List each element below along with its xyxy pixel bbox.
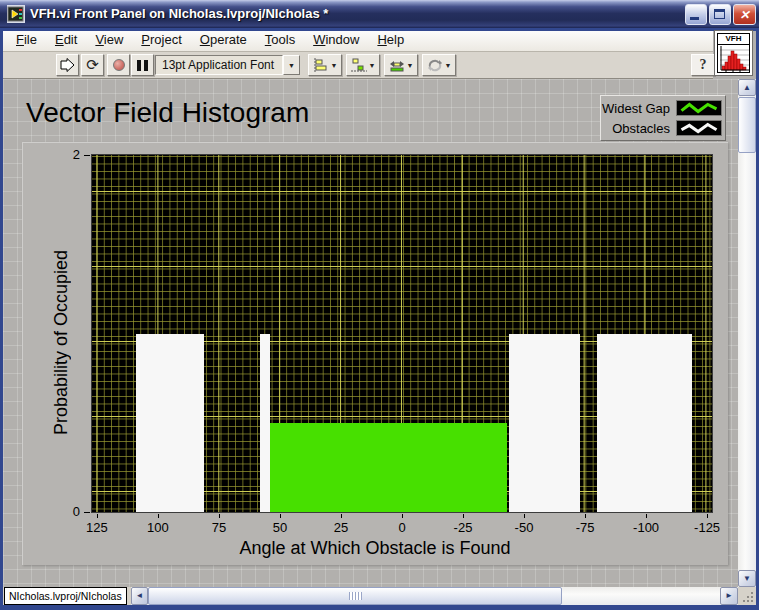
x-tick-label: -25	[441, 520, 485, 535]
vfh-icon: VFH	[717, 33, 750, 73]
resize-objects-icon	[389, 58, 405, 72]
run-icon	[59, 57, 76, 73]
scroll-left-button[interactable]	[131, 587, 148, 605]
x-tick-mark	[280, 514, 281, 518]
bar-widest-gap	[270, 423, 507, 512]
x-tick-mark	[341, 514, 342, 518]
close-icon	[734, 5, 755, 24]
plot-area	[91, 154, 713, 513]
toolbar: ⟳ 13pt Application Font ▼ ▼ ▼	[3, 52, 713, 79]
vi-icon-pane[interactable]: VFH	[714, 30, 753, 76]
bar-obstacles	[509, 334, 580, 513]
obstacles-plot-icon	[676, 120, 722, 136]
x-tick-mark	[97, 514, 98, 518]
bar-obstacles	[136, 334, 204, 513]
graph-title: Vector Field Histogram	[26, 97, 309, 129]
y-axis-label: Probability of Occupied	[48, 172, 74, 512]
titlebar: VFH.vi Front Panel on NIcholas.lvproj/NI…	[0, 0, 759, 28]
bar-obstacles	[597, 334, 692, 513]
window-title: VFH.vi Front Panel on NIcholas.lvproj/NI…	[30, 6, 328, 21]
project-context-tab[interactable]: NIcholas.lvproj/NIcholas	[4, 587, 127, 605]
x-tick-mark	[646, 514, 647, 518]
x-tick-label: 25	[319, 520, 363, 535]
legend-item-obstacles[interactable]: Obstacles	[604, 120, 722, 136]
chart-area: Probability of Occupied Angle at Which O…	[22, 142, 728, 565]
menu-edit[interactable]: Edit	[46, 29, 86, 50]
menu-view[interactable]: View	[86, 29, 132, 50]
chevron-down-icon: ▼	[288, 62, 295, 69]
x-tick-mark	[524, 514, 525, 518]
distribute-objects-button[interactable]: ▼	[346, 54, 380, 76]
legend-item-widest-gap[interactable]: Widest Gap	[604, 100, 722, 116]
maximize-icon	[714, 9, 725, 19]
abort-icon	[113, 59, 125, 71]
pause-button[interactable]	[131, 54, 154, 76]
vertical-scrollbar-track[interactable]	[738, 79, 756, 587]
x-tick-label: -75	[563, 520, 607, 535]
front-panel-canvas: Vector Field Histogram Widest Gap Obstac…	[3, 79, 738, 587]
x-tick-label: -125	[685, 520, 729, 535]
x-tick-label: 125	[75, 520, 119, 535]
chevron-down-icon: ▼	[407, 62, 414, 69]
x-tick-label: -100	[624, 520, 668, 535]
x-tick-label: 50	[258, 520, 302, 535]
menu-help[interactable]: Help	[368, 29, 413, 50]
minimize-button[interactable]	[685, 4, 707, 25]
close-button[interactable]	[733, 4, 756, 25]
x-tick-label: 0	[380, 520, 424, 535]
run-continuously-icon: ⟳	[86, 56, 99, 74]
reorder-button[interactable]: ▼	[422, 54, 456, 76]
scroll-down-button[interactable]	[738, 570, 756, 587]
align-objects-button[interactable]: ▼	[308, 54, 342, 76]
widest-gap-plot-icon	[676, 100, 722, 116]
x-tick-label: -50	[502, 520, 546, 535]
distribute-objects-icon	[351, 58, 367, 72]
x-tick-mark	[158, 514, 159, 518]
window-resize-grip[interactable]	[738, 587, 756, 605]
maximize-button[interactable]	[709, 4, 731, 25]
y-tick-label: 0	[58, 504, 80, 519]
vfh-histogram-icon	[718, 45, 751, 75]
x-axis-label: Angle at Which Obstacle is Found	[22, 538, 728, 559]
menu-operate[interactable]: Operate	[191, 29, 256, 50]
labview-front-panel-window: VFH.vi Front Panel on NIcholas.lvproj/NI…	[0, 0, 759, 610]
horizontal-scrollbar-thumb[interactable]	[148, 587, 562, 605]
pause-icon	[137, 60, 148, 71]
abort-button[interactable]	[107, 54, 130, 76]
chevron-down-icon: ▼	[445, 62, 452, 69]
run-continuously-button[interactable]: ⟳	[81, 54, 104, 76]
font-selector[interactable]: 13pt Application Font	[155, 55, 283, 75]
minimize-icon	[690, 17, 699, 20]
scroll-up-button[interactable]	[738, 79, 756, 96]
font-selector-dropdown[interactable]: ▼	[283, 55, 300, 75]
y-tick-mark	[84, 512, 90, 513]
legend-label: Obstacles	[612, 121, 670, 136]
x-tick-mark	[585, 514, 586, 518]
menu-tools[interactable]: Tools	[256, 29, 304, 50]
labview-vi-icon[interactable]	[7, 5, 25, 23]
y-tick-mark	[84, 155, 90, 156]
resize-objects-button[interactable]: ▼	[384, 54, 418, 76]
x-tick-mark	[402, 514, 403, 518]
menu-window[interactable]: Window	[304, 29, 368, 50]
x-tick-label: 100	[136, 520, 180, 535]
thumb-grip-icon	[349, 592, 362, 600]
y-tick-label: 2	[58, 147, 80, 162]
vertical-scrollbar-thumb[interactable]	[738, 97, 756, 153]
menu-project[interactable]: Project	[132, 29, 190, 50]
chevron-down-icon: ▼	[369, 62, 376, 69]
bar-obstacles	[260, 334, 270, 513]
plot-legend: Widest Gap Obstacles	[600, 95, 726, 141]
context-help-button[interactable]: ?	[691, 54, 715, 76]
x-tick-mark	[707, 514, 708, 518]
x-tick-mark	[463, 514, 464, 518]
chevron-down-icon: ▼	[331, 62, 338, 69]
align-objects-icon	[313, 58, 329, 72]
scroll-right-button[interactable]	[720, 587, 738, 605]
x-tick-mark	[219, 514, 220, 518]
menu-file[interactable]: File	[7, 29, 46, 50]
x-tick-label: 75	[197, 520, 241, 535]
menubar: File Edit View Project Operate Tools Win…	[3, 28, 713, 52]
legend-label: Widest Gap	[602, 101, 670, 116]
run-button[interactable]	[56, 54, 79, 76]
